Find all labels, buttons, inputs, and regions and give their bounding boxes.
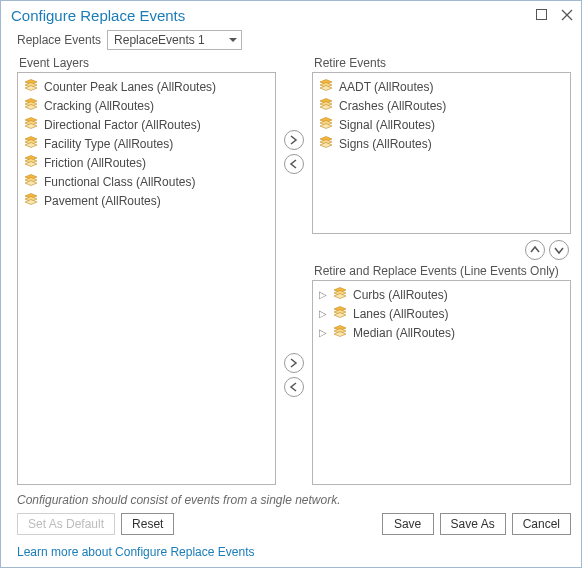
chevron-down-icon (229, 38, 237, 42)
layer-icon (333, 287, 347, 302)
move-right-button-2[interactable] (284, 353, 304, 373)
item-label: Counter Peak Lanes (AllRoutes) (44, 80, 216, 94)
reset-button[interactable]: Reset (121, 513, 174, 535)
selector-row: Replace Events ReplaceEvents 1 (1, 26, 581, 56)
footer-buttons: Set As Default Reset Save Save As Cancel (1, 513, 581, 541)
item-label: Friction (AllRoutes) (44, 156, 146, 170)
retire-replace-list[interactable]: ▷Curbs (AllRoutes)▷Lanes (AllRoutes)▷Med… (312, 280, 571, 485)
save-button[interactable]: Save (382, 513, 434, 535)
layer-icon (24, 174, 38, 189)
layer-icon (319, 136, 333, 151)
layer-icon (24, 79, 38, 94)
config-hint: Configuration should consist of events f… (1, 489, 581, 513)
layer-icon (24, 193, 38, 208)
titlebar: Configure Replace Events (1, 1, 581, 26)
list-item[interactable]: Directional Factor (AllRoutes) (22, 115, 271, 134)
expand-icon[interactable]: ▷ (319, 327, 327, 338)
item-label: Facility Type (AllRoutes) (44, 137, 173, 151)
list-item[interactable]: Signs (AllRoutes) (317, 134, 566, 153)
retire-events-label: Retire Events (314, 56, 571, 70)
layer-icon (24, 98, 38, 113)
dropdown-value: ReplaceEvents 1 (114, 33, 205, 47)
replace-events-dropdown[interactable]: ReplaceEvents 1 (107, 30, 242, 50)
layer-icon (333, 325, 347, 340)
item-label: AADT (AllRoutes) (339, 80, 433, 94)
cancel-button[interactable]: Cancel (512, 513, 571, 535)
layer-icon (333, 306, 347, 321)
layer-icon (319, 79, 333, 94)
retire-events-list[interactable]: AADT (AllRoutes)Crashes (AllRoutes)Signa… (312, 72, 571, 234)
move-right-button[interactable] (284, 130, 304, 150)
move-down-button[interactable] (549, 240, 569, 260)
item-label: Functional Class (AllRoutes) (44, 175, 195, 189)
list-item[interactable]: Facility Type (AllRoutes) (22, 134, 271, 153)
list-item[interactable]: Friction (AllRoutes) (22, 153, 271, 172)
move-up-button[interactable] (525, 240, 545, 260)
item-label: Lanes (AllRoutes) (353, 307, 448, 321)
list-item[interactable]: Counter Peak Lanes (AllRoutes) (22, 77, 271, 96)
updown-buttons (312, 234, 571, 264)
window-title: Configure Replace Events (11, 7, 185, 24)
item-label: Signs (AllRoutes) (339, 137, 432, 151)
expand-icon[interactable]: ▷ (319, 289, 327, 300)
layer-icon (319, 98, 333, 113)
window-root: Configure Replace Events Replace Events … (0, 0, 582, 568)
layer-icon (24, 136, 38, 151)
retire-replace-label: Retire and Replace Events (Line Events O… (314, 264, 571, 278)
learn-more-link[interactable]: Learn more about Configure Replace Event… (1, 541, 581, 567)
list-item[interactable]: Cracking (AllRoutes) (22, 96, 271, 115)
item-label: Cracking (AllRoutes) (44, 99, 154, 113)
item-label: Curbs (AllRoutes) (353, 288, 448, 302)
list-item[interactable]: Pavement (AllRoutes) (22, 191, 271, 210)
event-layers-list[interactable]: Counter Peak Lanes (AllRoutes)Cracking (… (17, 72, 276, 485)
event-layers-label: Event Layers (19, 56, 276, 70)
item-label: Median (AllRoutes) (353, 326, 455, 340)
item-label: Signal (AllRoutes) (339, 118, 435, 132)
move-left-button-2[interactable] (284, 377, 304, 397)
close-button[interactable] (561, 9, 573, 23)
window-controls (536, 9, 573, 23)
list-item[interactable]: AADT (AllRoutes) (317, 77, 566, 96)
item-label: Pavement (AllRoutes) (44, 194, 161, 208)
layer-icon (24, 117, 38, 132)
layer-icon (24, 155, 38, 170)
list-item[interactable]: ▷Curbs (AllRoutes) (317, 285, 566, 304)
list-item[interactable]: ▷Median (AllRoutes) (317, 323, 566, 342)
list-item[interactable]: Crashes (AllRoutes) (317, 96, 566, 115)
content-area: Event Layers Counter Peak Lanes (AllRout… (1, 56, 581, 489)
list-item[interactable]: ▷Lanes (AllRoutes) (317, 304, 566, 323)
list-item[interactable]: Signal (AllRoutes) (317, 115, 566, 134)
move-left-button[interactable] (284, 154, 304, 174)
layer-icon (319, 117, 333, 132)
save-as-button[interactable]: Save As (440, 513, 506, 535)
left-column: Event Layers Counter Peak Lanes (AllRout… (17, 56, 276, 485)
maximize-button[interactable] (536, 9, 547, 22)
list-item[interactable]: Functional Class (AllRoutes) (22, 172, 271, 191)
expand-icon[interactable]: ▷ (319, 308, 327, 319)
right-column: Retire Events AADT (AllRoutes)Crashes (A… (312, 56, 571, 485)
item-label: Directional Factor (AllRoutes) (44, 118, 201, 132)
transfer-button-column (282, 56, 306, 485)
svg-rect-0 (537, 10, 547, 20)
item-label: Crashes (AllRoutes) (339, 99, 446, 113)
selector-label: Replace Events (17, 33, 101, 47)
set-default-button: Set As Default (17, 513, 115, 535)
